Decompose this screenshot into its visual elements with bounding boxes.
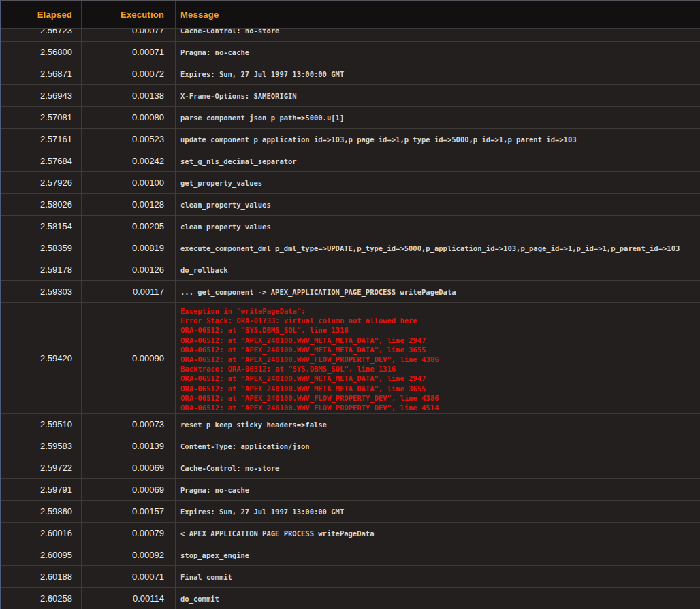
message-cell: Pragma: no-cache <box>176 42 700 63</box>
table-row[interactable]: 2.570810.00080parse_component_json p_pat… <box>1 107 700 129</box>
table-row[interactable]: 2.579260.00100get_property_values <box>1 172 700 194</box>
message-value: parse_component_json p_path=>5000.u[1] <box>180 114 344 122</box>
error-stack-line: ORA-06512: at "APEX_240100.WWV_FLOW_PROP… <box>180 393 700 403</box>
message-cell: clean_property_values <box>176 194 700 215</box>
message-value: X-Frame-Options: SAMEORIGIN <box>180 92 297 100</box>
table-row[interactable]: 2.600160.00079< APEX_APPLICATION_PAGE_PR… <box>1 523 700 544</box>
elapsed-cell: 2.58359 <box>1 237 82 259</box>
message-cell: do_rollback <box>176 259 700 280</box>
message-cell: execute_component_dml p_dml_type=>UPDATE… <box>176 237 700 259</box>
execution-value: 0.00139 <box>132 441 164 451</box>
message-value: Pragma: no-cache <box>180 48 249 56</box>
execution-cell: 0.00114 <box>82 588 176 609</box>
execution-value: 0.00069 <box>132 484 164 495</box>
table-row-error[interactable]: 2.594200.00090Exception in "writePageDat… <box>1 303 700 414</box>
table-row[interactable]: 2.598600.00157Expires: Sun, 27 Jul 1997 … <box>1 501 700 523</box>
message-cell: Expires: Sun, 27 Jul 1997 13:00:00 GMT <box>176 63 700 84</box>
table-row[interactable]: 2.583590.00819execute_component_dml p_dm… <box>1 237 700 259</box>
column-header-message[interactable]: Message <box>176 1 700 28</box>
column-header-execution[interactable]: Execution <box>82 1 176 28</box>
execution-value: 0.00242 <box>132 156 164 166</box>
elapsed-value: 2.58359 <box>40 243 72 253</box>
elapsed-value: 2.57684 <box>40 156 72 166</box>
execution-cell: 0.00139 <box>82 435 176 457</box>
message-value: Pragma: no-cache <box>180 486 249 494</box>
elapsed-value: 2.57081 <box>40 112 72 122</box>
elapsed-cell: 2.56943 <box>1 85 82 106</box>
execution-cell: 0.00117 <box>82 281 176 302</box>
column-header-execution-label: Execution <box>121 10 164 20</box>
message-value: Expires: Sun, 27 Jul 1997 13:00:00 GMT <box>180 508 344 516</box>
execution-value: 0.00138 <box>132 90 164 101</box>
execution-value: 0.00157 <box>132 506 164 516</box>
table-row[interactable]: 2.595100.00073reset p_keep_sticky_header… <box>1 414 700 435</box>
column-header-message-label: Message <box>180 10 219 20</box>
error-stack-line: ORA-06512: at "APEX_240100.WWV_META_META… <box>180 374 700 383</box>
table-row[interactable]: 2.597220.00069Cache-Control: no-store <box>1 457 700 479</box>
table-row[interactable]: 2.576840.00242set_g_nls_decimal_separato… <box>1 150 700 172</box>
table-row[interactable]: 2.595830.00139Content-Type: application/… <box>1 435 700 457</box>
message-cell: < APEX_APPLICATION_PAGE_PROCESS writePag… <box>176 523 700 544</box>
elapsed-value: 2.59420 <box>40 353 72 363</box>
table-row[interactable]: 2.581540.00205clean_property_values <box>1 216 700 237</box>
message-value: Final commit <box>180 573 232 581</box>
message-value: Expires: Sun, 27 Jul 1997 13:00:00 GMT <box>180 70 344 78</box>
execution-cell: 0.00071 <box>82 42 176 63</box>
elapsed-cell: 2.59420 <box>1 303 82 413</box>
elapsed-cell: 2.60016 <box>1 523 82 544</box>
error-stack-line: ORA-06512: at "APEX_240100.WWV_META_META… <box>180 335 700 345</box>
table-row[interactable]: 2.568000.00071Pragma: no-cache <box>1 42 700 63</box>
execution-value: 0.00205 <box>132 221 164 231</box>
table-row[interactable]: 2.571610.00523update_component p_applica… <box>1 129 700 150</box>
execution-value: 0.00079 <box>132 528 164 538</box>
table-body: 2.567230.00077Cache-Control: no-store2.5… <box>1 20 700 609</box>
error-stack-line: ORA-06512: at "SYS.DBMS_SQL", line 1316 <box>180 325 700 335</box>
execution-value: 0.00114 <box>133 593 164 604</box>
message-cell: get_property_values <box>176 172 700 193</box>
execution-value: 0.00072 <box>132 69 164 79</box>
message-cell: update_component p_application_id=>103,p… <box>176 129 700 150</box>
execution-value: 0.00090 <box>132 353 164 363</box>
table-row[interactable]: 2.568710.00072Expires: Sun, 27 Jul 1997 … <box>1 63 700 85</box>
message-value: set_g_nls_decimal_separator <box>180 157 297 165</box>
error-stack-line: ORA-06512: at "APEX_240100.WWV_META_META… <box>180 345 700 355</box>
elapsed-cell: 2.59791 <box>1 479 82 500</box>
elapsed-value: 2.59722 <box>40 463 72 473</box>
table-row[interactable]: 2.591780.00126do_rollback <box>1 259 700 281</box>
error-stack-line: Error Stack: ORA-01733: virtual column n… <box>180 316 700 325</box>
table-row[interactable]: 2.602580.00114do_commit <box>1 588 700 609</box>
elapsed-cell: 2.57161 <box>1 129 82 150</box>
message-cell: Cache-Control: no-store <box>176 457 700 478</box>
message-value: do_rollback <box>180 266 228 274</box>
execution-value: 0.00069 <box>132 463 164 473</box>
execution-cell: 0.00205 <box>82 216 176 237</box>
execution-cell: 0.00100 <box>82 172 176 193</box>
elapsed-value: 2.59860 <box>40 506 72 516</box>
elapsed-cell: 2.59303 <box>1 281 82 302</box>
execution-cell: 0.00079 <box>82 523 176 544</box>
table-row[interactable]: 2.597910.00069Pragma: no-cache <box>1 479 700 501</box>
execution-cell: 0.00092 <box>82 544 176 565</box>
execution-value: 0.00126 <box>132 265 164 275</box>
table-row[interactable]: 2.569430.00138X-Frame-Options: SAMEORIGI… <box>1 85 700 107</box>
elapsed-cell: 2.59722 <box>1 457 82 478</box>
elapsed-value: 2.60258 <box>40 593 72 604</box>
table-row[interactable]: 2.600950.00092stop_apex_engine <box>1 544 700 566</box>
table-row[interactable]: 2.601880.00071Final commit <box>1 566 700 588</box>
elapsed-value: 2.56800 <box>40 47 72 57</box>
elapsed-value: 2.57926 <box>40 178 72 188</box>
error-stack-line: ORA-06512: at "APEX_240100.WWV_META_META… <box>180 384 700 393</box>
elapsed-value: 2.56943 <box>40 90 72 101</box>
table-row[interactable]: 2.593030.00117... get_component -> APEX_… <box>1 281 700 303</box>
message-value: get_property_values <box>180 179 262 187</box>
message-value: ... get_component -> APEX_APPLICATION_PA… <box>180 288 456 296</box>
column-header-elapsed[interactable]: Elapsed <box>1 1 82 28</box>
execution-value: 0.00100 <box>132 178 164 188</box>
elapsed-cell: 2.60258 <box>1 588 82 609</box>
elapsed-cell: 2.60188 <box>1 566 82 587</box>
execution-cell: 0.00080 <box>82 107 176 128</box>
execution-value: 0.00071 <box>132 47 164 57</box>
elapsed-cell: 2.57684 <box>1 150 82 171</box>
table-row[interactable]: 2.580260.00128clean_property_values <box>1 194 700 216</box>
elapsed-cell: 2.56871 <box>1 63 82 84</box>
